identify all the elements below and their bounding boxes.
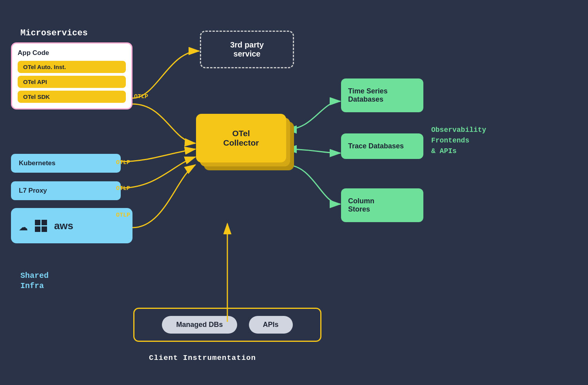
apis-pill: APIs [249, 316, 293, 334]
client-instr-box: Managed DBs APIs [133, 308, 321, 342]
otel-auto-pill: OTel Auto. Inst. [18, 61, 126, 73]
client-instr-label: Client Instrumentation [149, 354, 256, 362]
app-code-box: App Code OTel Auto. Inst. OTel API OTel … [11, 42, 132, 109]
third-party-text: 3rd partyservice [209, 40, 285, 58]
otel-collector-box: OTelCollector [196, 114, 286, 162]
diagram-container: Microservices App Code OTel Auto. Inst. … [0, 0, 588, 385]
time-series-db-box: Time SeriesDatabases [341, 78, 423, 112]
column-stores-box: ColumnStores [341, 188, 423, 222]
managed-dbs-pill: Managed DBs [162, 316, 237, 334]
otlp-label-1: OTLP [134, 93, 148, 100]
app-code-title: App Code [18, 49, 126, 57]
otlp-label-2: OTLP [116, 159, 130, 166]
third-party-box: 3rd partyservice [200, 31, 294, 68]
trace-db-box: Trace Databases [341, 133, 423, 159]
kubernetes-box: Kubernetes [11, 154, 121, 173]
microservices-label: Microservices [20, 28, 88, 38]
otel-api-pill: OTel API [18, 76, 126, 88]
observability-label: ObservabilityFrontends& APIs [431, 125, 486, 157]
aws-logo: aws [54, 220, 73, 232]
shared-infra-box: ☁️ aws [11, 208, 132, 243]
otlp-label-3: OTLP [116, 185, 130, 192]
l7-proxy-box: L7 Proxy [11, 181, 121, 200]
otlp-label-4: OTLP [116, 212, 130, 219]
shared-infra-label: SharedInfra [20, 271, 49, 291]
cloud-icon: ☁️ [19, 217, 28, 235]
otel-sdk-pill: OTel SDK [18, 91, 126, 103]
otel-collector-inner: OTelCollector [196, 114, 286, 162]
windows-icon [35, 220, 47, 232]
